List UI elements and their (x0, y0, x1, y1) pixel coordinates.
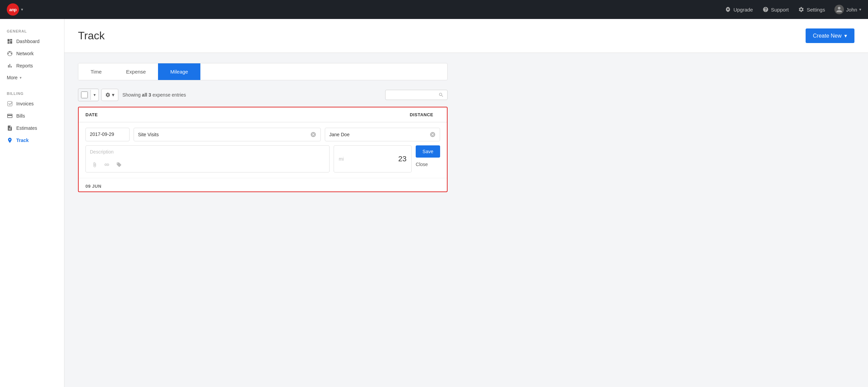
tab-mileage[interactable]: Mileage (158, 63, 200, 80)
sidebar-item-network[interactable]: Network (0, 47, 64, 60)
support-label: Support (771, 7, 789, 13)
name-value: Site Visits (138, 132, 310, 137)
sidebar-item-estimates-label: Estimates (16, 125, 37, 131)
date-field[interactable]: 2017-09-29 (85, 128, 130, 141)
sidebar-item-estimates[interactable]: Estimates (0, 122, 64, 134)
user-name: John (846, 7, 857, 13)
link-button[interactable] (102, 161, 112, 169)
paperclip-icon (92, 162, 97, 167)
topnav: anp ▾ Upgrade Support Settings John ▾ (0, 0, 868, 19)
gear-settings-button[interactable]: ▾ (101, 89, 118, 101)
assignee-value: Jane Doe (329, 132, 430, 137)
reports-icon (7, 63, 13, 69)
save-button[interactable]: Save (416, 145, 440, 158)
description-icons (90, 161, 325, 169)
question-icon (763, 6, 769, 13)
search-box (385, 90, 448, 100)
invoices-icon (7, 101, 13, 107)
user-avatar-icon (836, 6, 843, 13)
link-icon (104, 162, 110, 167)
tag-icon (116, 162, 122, 167)
logo-chevron-icon: ▾ (21, 7, 23, 12)
sidebar: GENERAL Dashboard Network Reports More ▾… (0, 19, 64, 387)
description-field[interactable]: Description (85, 145, 330, 172)
estimates-icon (7, 125, 13, 131)
page-title: Track (78, 29, 105, 42)
sidebar-item-track[interactable]: Track (0, 134, 64, 146)
tab-expense[interactable]: Expense (114, 63, 158, 80)
sidebar-more[interactable]: More ▾ (0, 72, 64, 83)
track-icon (7, 137, 13, 143)
settings-button[interactable]: Settings (798, 6, 825, 13)
upgrade-label: Upgrade (733, 7, 753, 13)
sidebar-item-track-label: Track (16, 138, 29, 143)
sidebar-more-label: More (7, 75, 18, 80)
gear-icon (105, 92, 111, 98)
clear-assignee-icon (430, 131, 436, 138)
tag-button[interactable] (114, 161, 124, 169)
clear-name-icon (310, 131, 316, 138)
app-layout: GENERAL Dashboard Network Reports More ▾… (0, 19, 868, 387)
sidebar-item-dashboard-label: Dashboard (16, 39, 40, 44)
logo[interactable]: anp ▾ (7, 3, 23, 16)
network-icon (7, 50, 13, 57)
more-chevron-icon: ▾ (20, 76, 22, 80)
checkbox-dropdown-button[interactable]: ▾ (91, 90, 98, 100)
create-new-label: Create New (813, 33, 842, 39)
avatar (834, 5, 844, 14)
distance-field[interactable]: mi 23 (334, 145, 412, 172)
assignee-field[interactable]: Jane Doe (325, 128, 440, 141)
tabs-bar: Time Expense Mileage (78, 63, 448, 80)
select-all-checkbox[interactable] (81, 91, 88, 98)
page-header: Track Create New ▾ (64, 19, 868, 53)
gear-dropdown-icon: ▾ (112, 92, 115, 98)
bills-icon (7, 113, 13, 119)
description-placeholder: Description (90, 149, 325, 155)
col-distance-header: Distance (187, 112, 440, 117)
entry-container: Date Distance 2017-09-29 Site Visits (78, 107, 448, 192)
showing-count: all 3 (142, 92, 151, 98)
table-header: Date Distance (79, 107, 447, 122)
date-group-label: 09 JUN (79, 178, 447, 191)
close-button[interactable]: Close (416, 160, 428, 168)
support-button[interactable]: Support (763, 6, 789, 13)
entry-left-fields: 2017-09-29 Site Visits (85, 128, 321, 141)
user-menu[interactable]: John ▾ (834, 5, 861, 14)
col-date-header: Date (85, 112, 187, 117)
settings-label: Settings (807, 7, 825, 13)
entry-row: 2017-09-29 Site Visits Jane Doe (79, 122, 447, 178)
search-input[interactable] (389, 92, 436, 98)
action-buttons: Save Close (416, 145, 440, 168)
sidebar-item-bills-label: Bills (16, 113, 25, 119)
create-new-button[interactable]: Create New ▾ (806, 28, 854, 43)
settings-icon (798, 6, 804, 13)
sidebar-item-bills[interactable]: Bills (0, 110, 64, 122)
clear-assignee-button[interactable] (430, 131, 436, 138)
sidebar-item-reports-label: Reports (16, 63, 33, 68)
sidebar-item-network-label: Network (16, 51, 34, 56)
tab-time[interactable]: Time (78, 63, 114, 80)
attach-file-button[interactable] (90, 161, 99, 169)
logo-mark: anp (7, 3, 19, 16)
name-field[interactable]: Site Visits (134, 128, 321, 141)
sidebar-item-invoices-label: Invoices (16, 101, 34, 106)
distance-unit: mi (339, 156, 344, 162)
toolbar: ▾ ▾ Showing all 3 expense entries (78, 88, 448, 101)
create-new-chevron-icon: ▾ (844, 33, 847, 39)
sidebar-item-reports[interactable]: Reports (0, 60, 64, 72)
entry-bottom-row: Description (85, 145, 440, 172)
upgrade-button[interactable]: Upgrade (725, 6, 753, 13)
checkbox-group: ▾ (78, 88, 99, 101)
user-chevron-icon: ▾ (859, 7, 861, 12)
clear-name-button[interactable] (310, 131, 316, 138)
sidebar-general-label: GENERAL (0, 26, 64, 35)
content-area: Time Expense Mileage ▾ ▾ (78, 63, 854, 192)
search-icon (438, 92, 444, 98)
topnav-actions: Upgrade Support Settings John ▾ (725, 5, 861, 14)
main-content: Track Create New ▾ Time Expense Mileage (64, 19, 868, 387)
sidebar-item-dashboard[interactable]: Dashboard (0, 35, 64, 47)
dashboard-icon (7, 38, 13, 44)
sidebar-billing-label: BILLING (0, 88, 64, 98)
sidebar-item-invoices[interactable]: Invoices (0, 98, 64, 110)
rocket-icon (725, 6, 731, 13)
